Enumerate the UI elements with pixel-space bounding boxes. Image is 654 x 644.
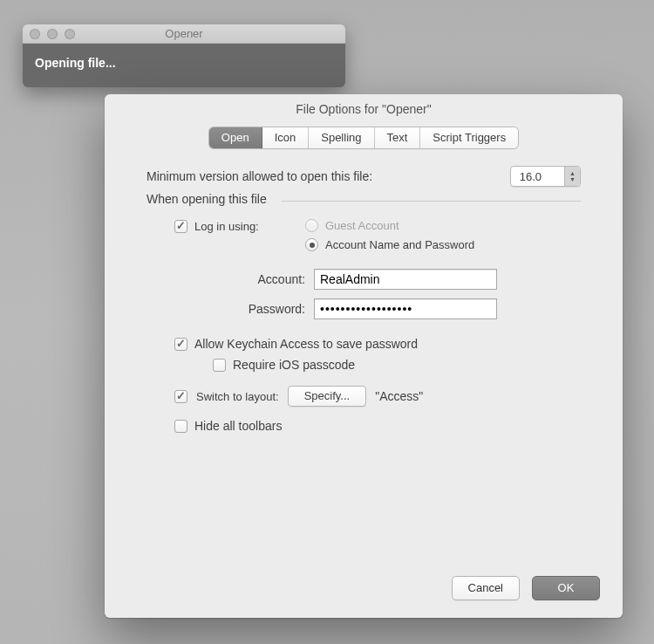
opener-window-title: Opener: [30, 27, 338, 40]
tab-open[interactable]: Open: [209, 127, 262, 148]
close-icon[interactable]: [30, 29, 40, 39]
segmented-tabs: Open Icon Spelling Text Script Triggers: [209, 127, 518, 148]
when-opening-header: When opening this file: [146, 192, 581, 209]
specify-button[interactable]: Specify...: [288, 386, 367, 407]
account-label: Account:: [174, 272, 314, 286]
ok-button[interactable]: OK: [532, 576, 600, 600]
tab-spelling[interactable]: Spelling: [309, 127, 374, 148]
tab-icon[interactable]: Icon: [262, 127, 310, 148]
zoom-icon[interactable]: [65, 29, 75, 39]
layout-name-value: "Access": [375, 389, 423, 403]
tab-script-triggers[interactable]: Script Triggers: [420, 127, 518, 148]
opener-window-status: Opening file...: [23, 44, 345, 87]
opener-titlebar: Opener: [23, 24, 345, 44]
opener-window: Opener Opening file...: [23, 24, 345, 87]
file-options-dialog: File Options for "Opener" Open Icon Spel…: [105, 94, 623, 618]
updown-icon: ▲▼: [564, 167, 580, 186]
min-version-value: 16.0: [511, 170, 564, 183]
tabs-container: Open Icon Spelling Text Script Triggers: [129, 127, 598, 148]
password-label: Password:: [174, 302, 314, 316]
guest-account-label: Guest Account: [325, 219, 399, 232]
password-field[interactable]: [314, 298, 497, 319]
ios-passcode-checkbox[interactable]: [213, 359, 226, 372]
guest-account-radio[interactable]: [305, 219, 318, 232]
account-field[interactable]: [314, 269, 497, 290]
account-password-radio[interactable]: [305, 238, 318, 251]
ios-passcode-label: Require iOS passcode: [233, 358, 355, 372]
login-using-checkbox[interactable]: [174, 220, 187, 233]
keychain-label: Allow Keychain Access to save password: [194, 337, 418, 351]
min-version-label: Minimum version allowed to open this fil…: [146, 169, 500, 183]
keychain-checkbox[interactable]: [174, 338, 187, 351]
tab-text[interactable]: Text: [375, 127, 421, 148]
minimize-icon[interactable]: [47, 29, 58, 39]
cancel-button[interactable]: Cancel: [452, 576, 520, 600]
hide-toolbars-checkbox[interactable]: [174, 420, 187, 433]
switch-layout-checkbox[interactable]: [174, 390, 187, 403]
account-password-label: Account Name and Password: [325, 238, 474, 251]
traffic-lights: [30, 29, 75, 39]
switch-layout-label: Switch to layout:: [196, 390, 279, 403]
dialog-title: File Options for "Opener": [105, 94, 623, 122]
login-using-label: Log in using:: [194, 220, 259, 233]
min-version-select[interactable]: 16.0 ▲▼: [510, 166, 581, 187]
hide-toolbars-label: Hide all toolbars: [194, 419, 282, 433]
